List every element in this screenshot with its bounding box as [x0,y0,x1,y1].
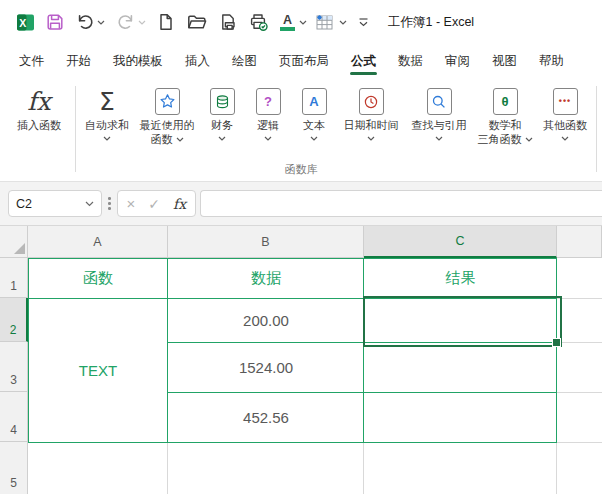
cell-C1[interactable]: 结果 [365,259,556,298]
ribbon-divider [596,86,597,172]
table-border [167,258,168,443]
autosum-label: 自动求和 [85,119,129,133]
coins-book-icon [210,88,235,115]
recently-used-label-line2: 函数 [151,133,173,147]
freeze-panes-chevron-icon[interactable] [339,20,347,25]
gridline [557,342,602,343]
financial-label: 财务 [211,119,233,133]
print-preview-button[interactable] [213,7,243,37]
name-box-chevron-icon [85,201,94,207]
text-button[interactable]: A 文本 [291,83,337,141]
cell-A2-merged[interactable]: TEXT [29,299,167,442]
date-time-label: 日期和时间 [344,119,399,133]
table-border [556,258,557,443]
column-header-C[interactable]: C [364,226,557,258]
lookup-reference-button[interactable]: 查找与引用 [405,83,473,141]
chevron-down-icon [176,137,184,142]
print-preview-icon [218,12,238,32]
quick-print-button[interactable] [243,7,274,37]
tab-data[interactable]: 数据 [387,44,434,78]
row-header-4[interactable]: 4 [0,392,28,442]
freeze-panes-button[interactable] [311,7,338,37]
math-trig-label-line2: 三角函数 [478,133,522,147]
undo-button[interactable] [70,7,96,37]
insert-function-button[interactable]: fx 插入函数 [6,83,72,133]
undo-chevron-icon[interactable] [97,20,105,25]
financial-button[interactable]: 财务 [199,83,245,141]
fx-icon: fx [27,95,50,109]
recently-used-label-line1: 最近使用的 [140,119,195,133]
lookup-reference-label: 查找与引用 [412,119,467,133]
formula-input[interactable] [200,190,602,217]
gridline [167,442,168,494]
math-trig-label-line1: 数学和 [489,119,522,133]
theta-book-icon: θ [493,88,518,115]
redo-chevron-icon [138,20,146,25]
cancel-icon[interactable]: × [127,196,136,211]
gridline [557,392,602,393]
new-file-icon [156,12,176,32]
more-book-icon: ••• [553,88,578,115]
function-library-group-label: 函数库 [0,162,602,177]
cell-A1[interactable]: 函数 [29,259,167,298]
tab-home[interactable]: 开始 [55,44,102,78]
star-book-icon [155,88,180,115]
chevron-down-icon [264,136,272,141]
formula-bar-separator [108,197,111,210]
name-box[interactable]: C2 [8,190,102,217]
chevron-down-icon [525,137,533,142]
row-header-5[interactable]: 5 [0,442,28,494]
tab-insert[interactable]: 插入 [174,44,221,78]
more-functions-button[interactable]: ••• 其他函数 [537,83,593,141]
font-color-button[interactable]: A [277,7,298,37]
name-box-value: C2 [16,197,85,211]
text-book-icon: A [302,88,327,115]
redo-button [111,7,137,37]
column-header-D-partial[interactable] [557,226,602,258]
row-header-3[interactable]: 3 [0,342,28,392]
date-time-button[interactable]: 日期和时间 [337,83,405,141]
titlebar: X [0,0,602,44]
logical-label: 逻辑 [257,119,279,133]
tab-review[interactable]: 审阅 [434,44,481,78]
tab-formulas[interactable]: 公式 [340,44,387,78]
open-file-button[interactable] [181,7,213,37]
tab-draw[interactable]: 绘图 [221,44,268,78]
save-button[interactable] [40,7,70,37]
more-functions-label: 其他函数 [543,119,587,133]
new-file-button[interactable] [151,7,181,37]
column-header-B[interactable]: B [168,226,364,258]
gridline [557,298,602,299]
clock-book-icon [359,88,384,115]
tab-page-layout[interactable]: 页面布局 [268,44,340,78]
cell-B4[interactable]: 452.56 [169,393,363,442]
recently-used-button[interactable]: 最近使用的 函数 [135,83,199,146]
logical-button[interactable]: ? 逻辑 [245,83,291,141]
qat-overflow-button[interactable] [353,7,374,37]
select-all-triangle [14,243,25,254]
text-label: 文本 [303,119,325,133]
cell-B2[interactable]: 200.00 [169,299,363,342]
column-header-A[interactable]: A [28,226,168,258]
tab-file[interactable]: 文件 [8,44,55,78]
quick-print-icon [248,12,269,32]
row-header-2[interactable]: 2 [0,298,28,342]
question-book-icon: ? [256,88,281,115]
tab-my-templates[interactable]: 我的模板 [102,44,174,78]
cell-B1[interactable]: 数据 [169,259,363,298]
tab-help[interactable]: 帮助 [528,44,575,78]
select-all-corner[interactable] [0,226,28,258]
row-header-1[interactable]: 1 [0,258,28,298]
math-trig-button[interactable]: θ 数学和 三角函数 [473,83,537,146]
selected-cell-C2[interactable] [363,296,562,347]
ribbon-tab-bar: 文件 开始 我的模板 插入 绘图 页面布局 公式 数据 审阅 视图 帮助 [0,44,602,78]
fill-handle[interactable] [552,338,561,347]
ribbon-divider [75,86,76,172]
insert-function-fx-icon[interactable]: fx [173,196,186,212]
formula-bar: C2 × ✓ fx [0,182,602,226]
cell-B3[interactable]: 1524.00 [169,343,363,392]
tab-view[interactable]: 视图 [481,44,528,78]
enter-icon[interactable]: ✓ [148,197,160,211]
font-color-chevron-icon[interactable] [299,20,307,25]
autosum-button[interactable]: Σ 自动求和 [79,83,135,141]
